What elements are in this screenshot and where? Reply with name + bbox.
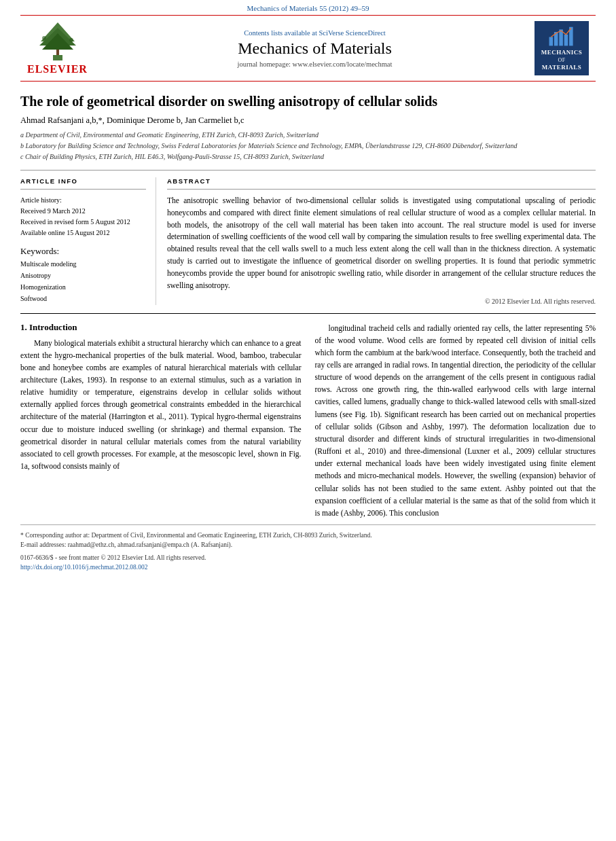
info-abstract-section: ARTICLE INFO Article history: Received 9… — [20, 170, 596, 305]
main-content: The role of geometrical disorder on swel… — [20, 82, 596, 305]
authors-line: Ahmad Rafsanjani a,b,*, Dominique Derome… — [20, 115, 596, 126]
elsevier-logo: ELSEVIER — [27, 21, 102, 75]
journal-link-bar: Mechanics of Materials 55 (2012) 49–59 — [0, 0, 616, 15]
copyright-line: © 2012 Elsevier Ltd. All rights reserved… — [167, 298, 596, 305]
elsevier-wordmark: ELSEVIER — [27, 63, 88, 75]
article-history: Article history: Received 9 March 2012 R… — [20, 195, 146, 238]
article-info-column: ARTICLE INFO Article history: Received 9… — [20, 177, 156, 305]
abstract-header: ABSTRACT — [167, 177, 596, 185]
keyword-1: Multiscale modeling — [20, 258, 146, 270]
authors-text: Ahmad Rafsanjani a,b,*, Dominique Derome… — [20, 115, 244, 125]
footnote-email: E-mail addresses: raahmad@ethz.ch, ahmad… — [20, 540, 596, 550]
abstract-column: ABSTRACT The anisotropic swelling behavi… — [167, 177, 596, 305]
badge-line-1: MECHANICS — [541, 49, 583, 57]
introduction-title: 1. Introduction — [20, 322, 302, 333]
affiliations: a Department of Civil, Environmental and… — [20, 130, 596, 162]
badge-line-3: MATERIALS — [542, 64, 581, 72]
intro-right-paragraph: longitudinal tracheid cells and radially… — [315, 322, 596, 520]
badge-chart-icon — [547, 24, 577, 47]
footnote-corresponding: * Corresponding author at: Department of… — [20, 531, 596, 540]
journal-homepage: journal homepage: www.elsevier.com/locat… — [102, 60, 528, 68]
abstract-text: The anisotropic swelling behavior of two… — [167, 195, 596, 292]
article-title: The role of geometrical disorder on swel… — [20, 92, 596, 110]
body-left-column: 1. Introduction Many biological material… — [20, 322, 302, 525]
section-label: Introduction — [29, 322, 77, 332]
svg-rect-10 — [564, 35, 568, 46]
affiliation-c: c Chair of Building Physics, ETH Zurich,… — [20, 151, 596, 162]
footnote-doi[interactable]: http://dx.doi.org/10.1016/j.mechmat.2012… — [20, 562, 596, 572]
svg-rect-7 — [549, 37, 554, 46]
journal-badge-section: MECHANICS OF MATERIALS — [528, 21, 589, 75]
contents-available-line: Contents lists available at SciVerse Sci… — [102, 29, 528, 37]
keyword-4: Softwood — [20, 293, 146, 304]
history-revised: Received in revised form 5 August 2012 — [20, 217, 146, 227]
journal-reference: Mechanics of Materials 55 (2012) 49–59 — [247, 4, 369, 12]
abstract-divider — [167, 189, 596, 190]
keywords-section: Keywords: Multiscale modeling Anisotropy… — [20, 246, 146, 304]
elsevier-tree-icon — [27, 21, 88, 62]
journal-badge: MECHANICS OF MATERIALS — [535, 21, 589, 75]
journal-title-section: Contents lists available at SciVerse Sci… — [102, 29, 528, 68]
sciverse-link[interactable]: SciVerse ScienceDirect — [319, 29, 385, 37]
info-divider — [20, 189, 146, 190]
contents-text: Contents lists available at — [244, 29, 317, 37]
article-info-header: ARTICLE INFO — [20, 177, 146, 185]
introduction-left-text: Many biological materials exhibit a stru… — [20, 337, 302, 473]
affiliation-a: a Department of Civil, Environmental and… — [20, 130, 596, 140]
email-label: E-mail addresses: raahmad@ethz.ch, ahmad… — [20, 541, 189, 548]
journal-title: Mechanics of Materials — [102, 39, 528, 58]
journal-header: ELSEVIER Contents lists available at Sci… — [20, 15, 596, 82]
doi-text: http://dx.doi.org/10.1016/j.mechmat.2012… — [20, 564, 147, 571]
keyword-3: Homogenization — [20, 281, 146, 293]
introduction-right-text: longitudinal tracheid cells and radially… — [315, 322, 596, 520]
footnote-section: * Corresponding author at: Department of… — [20, 524, 596, 572]
intro-left-paragraph: Many biological materials exhibit a stru… — [20, 337, 302, 473]
section-number: 1. — [20, 322, 27, 332]
email-paren: (A. Rafsanjani). — [191, 541, 232, 548]
keywords-list: Multiscale modeling Anisotropy Homogeniz… — [20, 258, 146, 304]
keywords-header: Keywords: — [20, 246, 146, 257]
body-columns: 1. Introduction Many biological material… — [20, 314, 596, 525]
body-right-column: longitudinal tracheid cells and radially… — [315, 322, 596, 525]
affiliation-b: b Laboratory for Building Science and Te… — [20, 141, 596, 151]
keyword-2: Anisotropy — [20, 270, 146, 281]
elsevier-logo-section: ELSEVIER — [27, 21, 102, 75]
history-header: Article history: — [20, 195, 146, 205]
history-online: Available online 15 August 2012 — [20, 228, 146, 238]
svg-point-6 — [69, 38, 73, 42]
footnote-issn: 0167-6636/$ - see front matter © 2012 El… — [20, 553, 596, 562]
svg-rect-0 — [53, 55, 62, 60]
history-received: Received 9 March 2012 — [20, 206, 146, 216]
svg-point-5 — [42, 36, 46, 40]
badge-line-2: OF — [558, 57, 565, 64]
